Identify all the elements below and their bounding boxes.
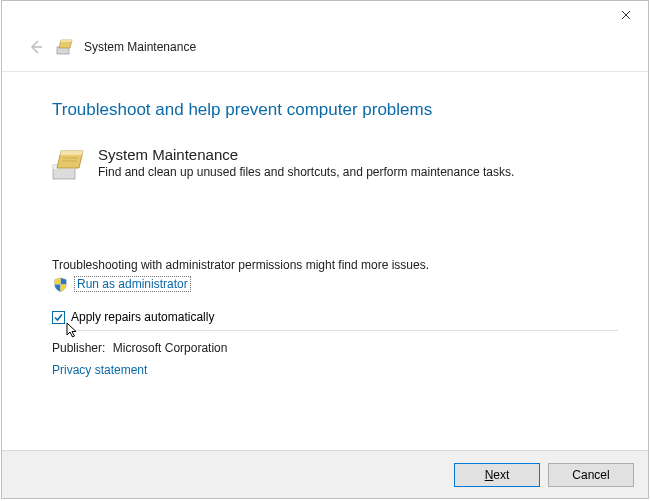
content-area: Troubleshoot and help prevent computer p… xyxy=(2,72,648,377)
admin-permissions-note: Troubleshooting with administrator permi… xyxy=(52,258,618,272)
close-button[interactable] xyxy=(604,1,648,29)
run-as-admin-row: Run as administrator xyxy=(52,276,618,292)
header-title: System Maintenance xyxy=(84,40,196,54)
cursor-icon xyxy=(66,322,80,340)
apply-repairs-row: Apply repairs automatically xyxy=(52,310,618,324)
back-button xyxy=(26,37,46,57)
header-bar: System Maintenance xyxy=(2,33,648,72)
close-icon xyxy=(621,10,631,20)
publisher-row: Publisher: Microsoft Corporation xyxy=(52,341,618,355)
titlebar xyxy=(2,1,648,33)
troubleshooter-window: System Maintenance Troubleshoot and help… xyxy=(1,0,649,499)
troubleshooter-name: System Maintenance xyxy=(98,146,514,163)
troubleshooter-text: System Maintenance Find and clean up unu… xyxy=(98,146,514,180)
troubleshooter-info: System Maintenance Find and clean up unu… xyxy=(52,146,618,180)
system-maintenance-icon xyxy=(52,146,86,180)
privacy-statement-link[interactable]: Privacy statement xyxy=(52,363,618,377)
uac-shield-icon xyxy=(52,276,68,292)
run-as-administrator-link[interactable]: Run as administrator xyxy=(74,276,191,292)
back-arrow-icon xyxy=(27,38,45,56)
publisher-value: Microsoft Corporation xyxy=(113,341,228,355)
system-maintenance-header-icon xyxy=(56,38,74,56)
apply-repairs-checkbox[interactable] xyxy=(52,311,65,324)
page-heading: Troubleshoot and help prevent computer p… xyxy=(52,100,618,120)
troubleshooter-description: Find and clean up unused files and short… xyxy=(98,165,514,179)
apply-repairs-label: Apply repairs automatically xyxy=(71,310,214,324)
cancel-button[interactable]: Cancel xyxy=(548,463,634,487)
next-button[interactable]: Next xyxy=(454,463,540,487)
divider xyxy=(72,330,618,331)
footer: Next Cancel xyxy=(2,450,648,498)
publisher-label: Publisher: xyxy=(52,341,105,355)
